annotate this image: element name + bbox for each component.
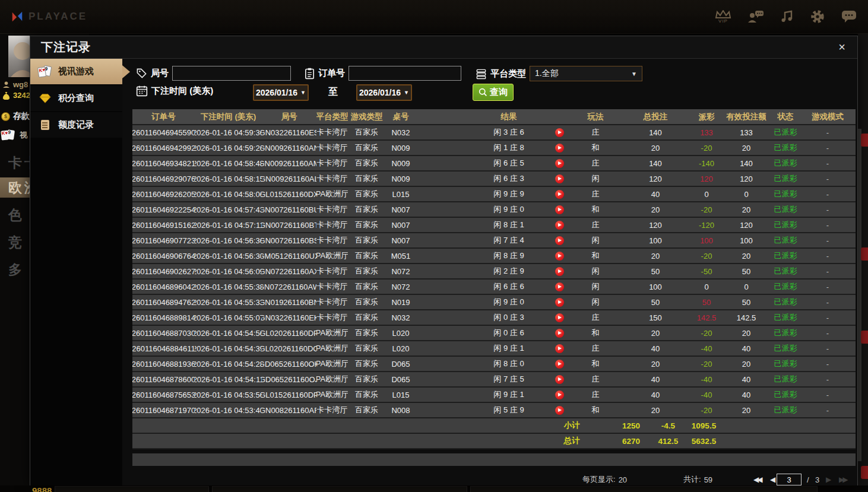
play-icon[interactable]: [555, 236, 564, 245]
cell-table: L020: [385, 341, 416, 355]
play-video-button[interactable]: [547, 388, 572, 402]
play-icon[interactable]: [555, 282, 564, 291]
cell-platform: PA欧洲厅: [316, 341, 348, 355]
per-page-indicator: 每页显示: 20: [582, 472, 627, 487]
col-game-mode[interactable]: 游戏模式: [800, 109, 856, 124]
prev-page-icon[interactable]: ◀: [770, 472, 774, 487]
page-number-input[interactable]: [777, 474, 802, 485]
cell-round: GD065261160OJ: [262, 372, 316, 386]
cell-game: 百家乐: [348, 141, 385, 155]
play-video-button[interactable]: [547, 280, 572, 294]
play-video-button[interactable]: [547, 264, 572, 278]
play-icon[interactable]: [555, 344, 564, 353]
play-video-button[interactable]: [547, 341, 572, 355]
col-valid-bet[interactable]: 有效投注额: [721, 109, 771, 124]
col-payout[interactable]: 派彩: [692, 109, 721, 124]
cell-result: 闲 8 庄 9: [416, 249, 547, 263]
last-page-icon[interactable]: ▶▶: [839, 472, 846, 487]
date-to-picker[interactable]: 2026/01/16 ▼: [356, 84, 412, 101]
date-from-picker[interactable]: 2026/01/16 ▼: [253, 84, 309, 101]
subtotal-label: 小计: [542, 418, 601, 433]
settings-gear-icon[interactable]: [810, 9, 825, 24]
next-page-icon[interactable]: ▶: [826, 472, 829, 487]
play-video-button[interactable]: [547, 233, 572, 247]
deposit-label: 存款: [13, 111, 30, 122]
round-input[interactable]: [172, 66, 291, 81]
play-video-button[interactable]: [547, 172, 572, 186]
cell-table: N019: [385, 295, 416, 309]
play-icon[interactable]: [555, 205, 564, 214]
play-video-button[interactable]: [547, 326, 572, 340]
close-icon[interactable]: ×: [835, 40, 849, 54]
cell-result: 闲 9 庄 9: [416, 187, 547, 201]
cell-playtype: 闲: [572, 280, 619, 294]
col-platform[interactable]: 平台类型: [316, 109, 348, 124]
play-video-button[interactable]: [547, 357, 572, 371]
music-icon[interactable]: [780, 9, 794, 24]
play-icon[interactable]: [555, 329, 564, 338]
search-button[interactable]: 查询: [473, 84, 514, 101]
cell-table: N007: [385, 233, 416, 247]
play-icon[interactable]: [555, 267, 564, 276]
col-game-type[interactable]: 游戏类型: [348, 109, 385, 124]
play-video-button[interactable]: [547, 372, 572, 386]
play-video-button[interactable]: [547, 310, 572, 325]
table-row: 2601160469348212026-01-16 04:58:48GN0092…: [132, 156, 856, 172]
play-video-button[interactable]: [547, 156, 572, 170]
money-bag-icon: [2, 91, 10, 100]
modal-tab-column: 9K♥ 视讯游戏 积分查询 额度记录: [30, 59, 122, 485]
cell-table: N007: [385, 202, 416, 217]
order-input[interactable]: [349, 66, 461, 81]
deposit-button[interactable]: $ 存款: [1, 111, 30, 122]
cell-platform: PA欧洲厅: [316, 249, 348, 263]
col-bet-time[interactable]: 下注时间 (美东): [195, 109, 262, 124]
col-table-no[interactable]: 桌号: [385, 109, 416, 124]
play-video-button[interactable]: [547, 295, 572, 309]
col-total-bet[interactable]: 总投注: [619, 109, 692, 124]
play-icon[interactable]: [555, 375, 564, 384]
app-logo[interactable]: PLAYACE: [11, 10, 87, 23]
platform-select[interactable]: 1.全部 ▼: [530, 66, 642, 81]
play-icon[interactable]: [555, 174, 564, 183]
play-icon[interactable]: [555, 298, 564, 307]
play-icon[interactable]: [555, 221, 564, 230]
col-round-id[interactable]: 局号: [262, 109, 316, 124]
play-video-button[interactable]: [547, 125, 572, 139]
play-video-button[interactable]: [547, 187, 572, 201]
vip-icon[interactable]: VIP: [715, 10, 731, 24]
tab-video-games[interactable]: 9K♥ 视讯游戏: [30, 59, 122, 84]
cell-time: 2026-01-16 04:59:26: [195, 141, 262, 155]
play-video-button[interactable]: [547, 202, 572, 217]
tab-quota-records[interactable]: 额度记录: [30, 112, 122, 138]
play-icon[interactable]: [555, 391, 564, 399]
cell-status: 已派彩: [771, 341, 800, 355]
first-page-icon[interactable]: ◀◀: [753, 472, 761, 487]
play-video-button[interactable]: [547, 403, 572, 417]
modal-body: 9K♥ 视讯游戏 积分查询 额度记录: [30, 59, 857, 485]
col-status[interactable]: 状态: [771, 109, 800, 124]
play-icon[interactable]: [555, 252, 564, 261]
play-icon[interactable]: [555, 360, 564, 369]
logo-text: PLAYACE: [28, 11, 87, 23]
chat-icon[interactable]: [841, 9, 857, 24]
play-icon[interactable]: [555, 144, 564, 153]
col-order-id[interactable]: 订单号: [132, 109, 195, 124]
col-result[interactable]: 结果: [416, 109, 547, 124]
play-icon[interactable]: [555, 406, 564, 415]
customer-service-icon[interactable]: [747, 9, 765, 24]
cell-payout: 120: [692, 172, 721, 186]
cell-playtype: 闲: [572, 172, 619, 186]
search-icon: [479, 88, 487, 97]
table-row: 2601160469151622026-01-16 04:57:11GN0072…: [132, 218, 856, 233]
col-play-type[interactable]: 玩法: [572, 109, 619, 124]
background-scrollbar[interactable]: [858, 129, 861, 461]
play-video-button[interactable]: [547, 141, 572, 155]
play-video-button[interactable]: [547, 249, 572, 263]
play-icon[interactable]: [555, 313, 564, 322]
cell-bet: 100: [619, 280, 692, 294]
play-icon[interactable]: [555, 159, 564, 168]
play-video-button[interactable]: [547, 218, 572, 232]
tab-points-query[interactable]: 积分查询: [30, 85, 122, 111]
play-icon[interactable]: [555, 190, 564, 199]
play-icon[interactable]: [555, 128, 564, 137]
